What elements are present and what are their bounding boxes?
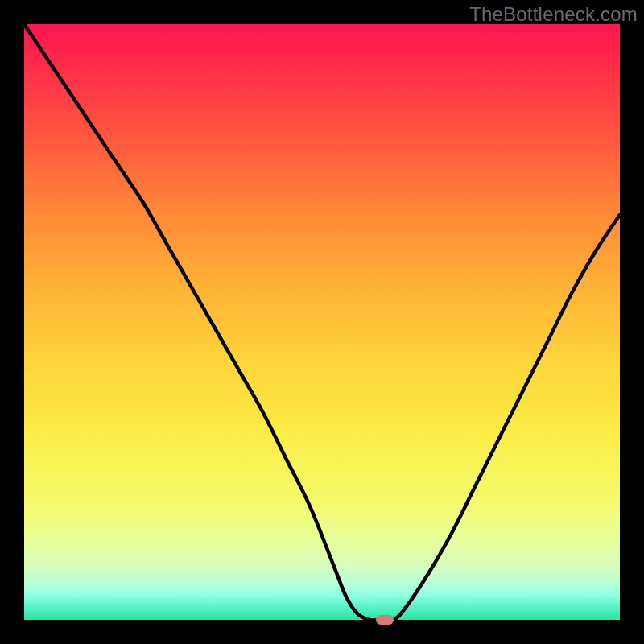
bottleneck-curve	[24, 24, 620, 620]
plot-area	[24, 24, 620, 620]
curve-svg	[24, 24, 620, 620]
watermark-text: TheBottleneck.com	[469, 3, 638, 26]
optimum-marker	[376, 615, 394, 625]
chart-frame: TheBottleneck.com	[0, 0, 644, 644]
